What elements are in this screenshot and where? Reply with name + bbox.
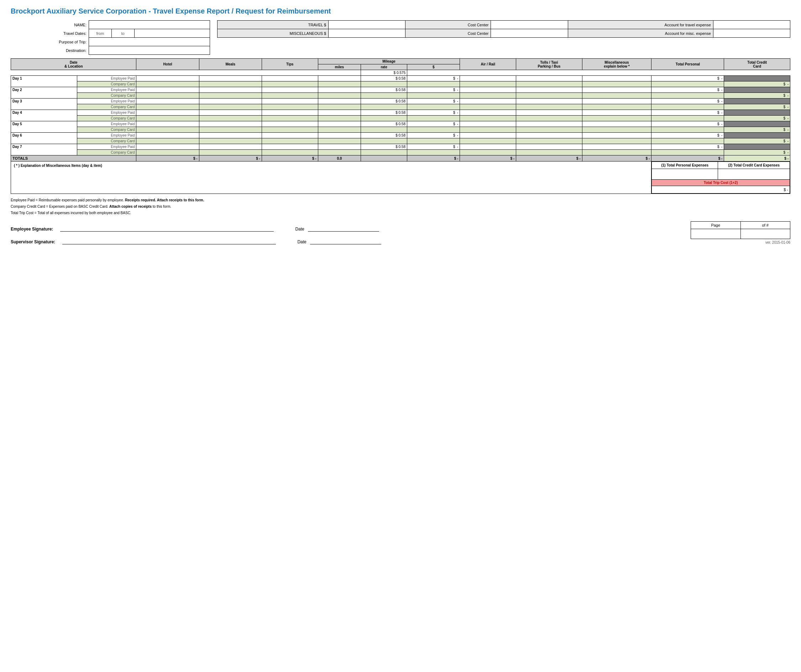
day1-cc-misc[interactable]	[582, 82, 651, 87]
day3-emp-airrail[interactable]	[460, 99, 516, 104]
day5-emp-airrail[interactable]	[460, 121, 516, 127]
of-number-value[interactable]	[740, 229, 790, 239]
day5-cc-meals[interactable]	[199, 127, 262, 133]
day3-emp-misc[interactable]	[582, 99, 651, 104]
page-number-value[interactable]	[691, 229, 741, 239]
day4-cc-hotel[interactable]	[136, 115, 199, 121]
day5-cc-hotel[interactable]	[136, 127, 199, 133]
day1-cc-tolls[interactable]	[516, 82, 582, 87]
day4-emp-airrail[interactable]	[460, 110, 516, 115]
account-misc-value[interactable]	[713, 29, 790, 38]
day2-emp-meals[interactable]	[199, 87, 262, 93]
day4-cc-meals[interactable]	[199, 115, 262, 121]
day5-emp-tolls[interactable]	[516, 121, 582, 127]
day7-cc-tips[interactable]	[262, 150, 318, 156]
day7-cc-misc[interactable]	[582, 150, 651, 156]
day2-emp-tolls[interactable]	[516, 87, 582, 93]
day3-cc-tips[interactable]	[262, 104, 318, 110]
day6-emp-misc[interactable]	[582, 133, 651, 138]
day7-cc-meals[interactable]	[199, 150, 262, 156]
day2-cc-tolls[interactable]	[516, 93, 582, 99]
day2-cc-meals[interactable]	[199, 93, 262, 99]
misc-s-value[interactable]	[328, 29, 405, 38]
day6-emp-miles[interactable]	[318, 133, 361, 138]
day4-cc-tolls[interactable]	[516, 115, 582, 121]
day2-emp-miles[interactable]	[318, 87, 361, 93]
day6-emp-airrail[interactable]	[460, 133, 516, 138]
day1-emp-tips[interactable]	[262, 76, 318, 82]
supervisor-date-input[interactable]	[310, 237, 381, 244]
day7-cc-miles[interactable]	[318, 150, 361, 156]
account-travel-value[interactable]	[713, 21, 790, 29]
day5-cc-miles[interactable]	[318, 127, 361, 133]
name-value[interactable]	[89, 21, 210, 29]
day6-cc-hotel[interactable]	[136, 138, 199, 144]
day3-cc-tolls[interactable]	[516, 104, 582, 110]
day2-cc-hotel[interactable]	[136, 93, 199, 99]
day4-emp-tolls[interactable]	[516, 110, 582, 115]
day4-emp-tips[interactable]	[262, 110, 318, 115]
day3-cc-misc[interactable]	[582, 104, 651, 110]
day1-emp-miles[interactable]	[318, 76, 361, 82]
day3-emp-meals[interactable]	[199, 99, 262, 104]
day1-emp-misc[interactable]	[582, 76, 651, 82]
day2-cc-miles[interactable]	[318, 93, 361, 99]
day6-emp-tolls[interactable]	[516, 133, 582, 138]
day2-emp-tips[interactable]	[262, 87, 318, 93]
day7-emp-airrail[interactable]	[460, 144, 516, 150]
day2-emp-hotel[interactable]	[136, 87, 199, 93]
day2-emp-airrail[interactable]	[460, 87, 516, 93]
day7-cc-tolls[interactable]	[516, 150, 582, 156]
cost-center-value2[interactable]	[491, 29, 568, 38]
day1-cc-tips[interactable]	[262, 82, 318, 87]
day5-cc-airrail[interactable]	[460, 127, 516, 133]
purpose-value[interactable]	[89, 38, 210, 46]
date-range-value[interactable]	[134, 29, 210, 38]
day6-cc-meals[interactable]	[199, 138, 262, 144]
day7-emp-tolls[interactable]	[516, 144, 582, 150]
day5-emp-tips[interactable]	[262, 121, 318, 127]
day7-emp-meals[interactable]	[199, 144, 262, 150]
supervisor-sig-input[interactable]	[62, 237, 276, 244]
day1-cc-meals[interactable]	[199, 82, 262, 87]
day3-cc-miles[interactable]	[318, 104, 361, 110]
day7-emp-hotel[interactable]	[136, 144, 199, 150]
day1-emp-hotel[interactable]	[136, 76, 199, 82]
day1-emp-tolls[interactable]	[516, 76, 582, 82]
day7-cc-airrail[interactable]	[460, 150, 516, 156]
day7-emp-tips[interactable]	[262, 144, 318, 150]
day6-emp-hotel[interactable]	[136, 133, 199, 138]
destination-value[interactable]	[89, 46, 210, 55]
day3-emp-hotel[interactable]	[136, 99, 199, 104]
day4-emp-hotel[interactable]	[136, 110, 199, 115]
day2-emp-misc[interactable]	[582, 87, 651, 93]
day6-cc-airrail[interactable]	[460, 138, 516, 144]
day6-cc-tolls[interactable]	[516, 138, 582, 144]
day2-cc-tips[interactable]	[262, 93, 318, 99]
day5-emp-miles[interactable]	[318, 121, 361, 127]
day2-cc-misc[interactable]	[582, 93, 651, 99]
employee-sig-input[interactable]	[60, 225, 274, 232]
day3-cc-hotel[interactable]	[136, 104, 199, 110]
day1-emp-meals[interactable]	[199, 76, 262, 82]
day7-emp-misc[interactable]	[582, 144, 651, 150]
cost-center-value1[interactable]	[491, 21, 568, 29]
day6-emp-tips[interactable]	[262, 133, 318, 138]
day3-emp-tips[interactable]	[262, 99, 318, 104]
day5-emp-misc[interactable]	[582, 121, 651, 127]
day3-emp-tolls[interactable]	[516, 99, 582, 104]
day7-emp-miles[interactable]	[318, 144, 361, 150]
employee-date-input[interactable]	[308, 225, 379, 232]
day5-emp-meals[interactable]	[199, 121, 262, 127]
day6-cc-misc[interactable]	[582, 138, 651, 144]
day5-cc-tips[interactable]	[262, 127, 318, 133]
day6-cc-tips[interactable]	[262, 138, 318, 144]
day4-cc-miles[interactable]	[318, 115, 361, 121]
day3-emp-miles[interactable]	[318, 99, 361, 104]
day5-cc-misc[interactable]	[582, 127, 651, 133]
day6-cc-miles[interactable]	[318, 138, 361, 144]
day5-emp-hotel[interactable]	[136, 121, 199, 127]
day5-cc-tolls[interactable]	[516, 127, 582, 133]
day4-emp-misc[interactable]	[582, 110, 651, 115]
day4-emp-meals[interactable]	[199, 110, 262, 115]
